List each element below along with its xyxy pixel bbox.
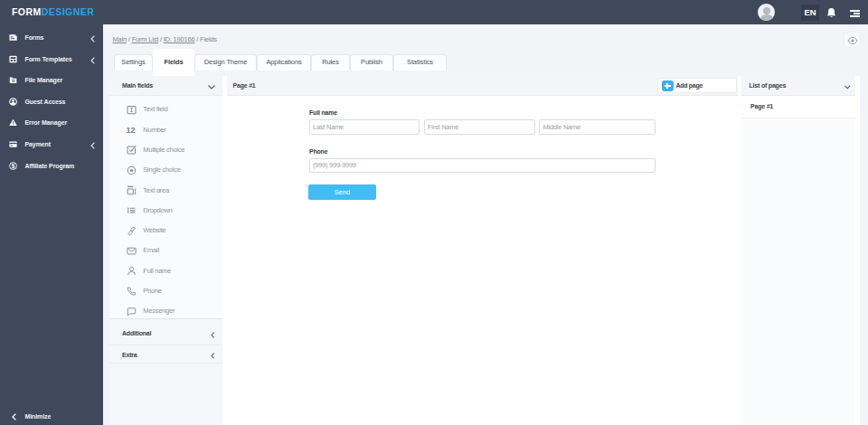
svg-text:$: $ bbox=[12, 163, 15, 170]
